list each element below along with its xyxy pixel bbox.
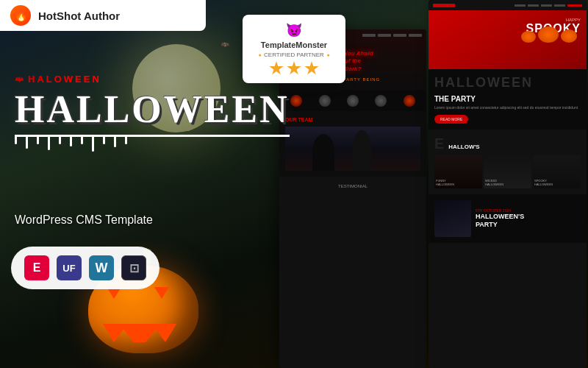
template-monster-badge: 😈 TemplateMonster ⬥ CERTIFIED PARTNER ⬥: [243, 15, 345, 83]
halloween-logo-area: 🦇 HALOWEEN HALLOWEEN: [15, 74, 290, 152]
header-bar: 🔥 HotShot Author: [0, 0, 206, 31]
preview-testimonial-title: TESTIMONIAL: [284, 184, 422, 188]
badge-title: TemplateMonster: [254, 40, 334, 49]
preview-party-text: Lorem ipsum dolor sit amet consectetur a…: [434, 105, 581, 110]
preview-icons-row: [279, 91, 426, 111]
header-logo: 🔥: [10, 5, 31, 26]
gallery-label-2: WICKED HALLOWEEN: [485, 180, 503, 187]
preview-events-subtitle: HALLOW'S: [448, 144, 479, 150]
preview-team-section: OUR TEAM: [279, 111, 426, 177]
preview-cta-button: READ MORE: [434, 115, 468, 124]
preview-halloween-title: HALLOWEEN: [434, 75, 581, 91]
preview-testimonial: TESTIMONIAL: [279, 180, 426, 193]
preview-gallery: FUNNY HALLOWEEN WICKED HALLOWEEN SPOOKY …: [434, 155, 581, 188]
bat-decoration-1: 🦇: [220, 40, 229, 49]
elementor-icon: E: [24, 255, 49, 280]
preview-halloween-section: HALLOWEEN THE PARTY Lorem ipsum dolor si…: [429, 69, 587, 130]
gallery-item-2: WICKED HALLOWEEN: [484, 155, 531, 188]
preview-final-party: 5TH OCTOBER 2024 HALLOWEEN'S PARTY: [429, 194, 587, 243]
subtitle-label: WordPress CMS Template: [15, 213, 153, 227]
gallery-item-1: FUNNY HALLOWEEN: [434, 155, 482, 188]
fire-icon: 🔥: [15, 10, 27, 21]
preview-right-screenshot: HAPPY SPOOKY HALLOWEEN THE PARTY Lorem i…: [429, 0, 587, 368]
uf-icon: UF: [57, 255, 82, 280]
preview-right-hero: HAPPY SPOOKY: [429, 10, 587, 69]
preview-party-title: THE PARTY: [434, 95, 581, 103]
preview-party-final: HALLOWEEN'S PARTY: [476, 213, 524, 229]
wordpress-icon: W: [89, 255, 114, 280]
badge-stars: [254, 61, 334, 76]
gallery-label-3: SPOOKY HALLOWEEN: [534, 180, 553, 187]
quform-icon: ⊡: [121, 255, 146, 280]
main-title: HALLOWEEN: [15, 91, 290, 137]
preview-events-section: E HALLOW'S FUNNY HALLOWEEN WICKED HALLOW…: [429, 130, 587, 194]
plugin-icons-row: E UF W ⊡: [11, 247, 159, 289]
badge-certified: ⬥ CERTIFIED PARTNER ⬥: [254, 51, 334, 58]
badge-icon: 😈: [254, 22, 334, 38]
preview-team-image: [285, 127, 420, 171]
preview-team-title: OUR TEAM: [285, 117, 420, 122]
header-title: HotShot Author: [38, 10, 120, 22]
gallery-item-3: SPOOKY HALLOWEEN: [533, 155, 581, 188]
preview-events-bg: E: [434, 135, 445, 152]
drip-decoration: [15, 135, 290, 152]
gallery-label-1: FUNNY HALLOWEEN: [436, 180, 454, 187]
